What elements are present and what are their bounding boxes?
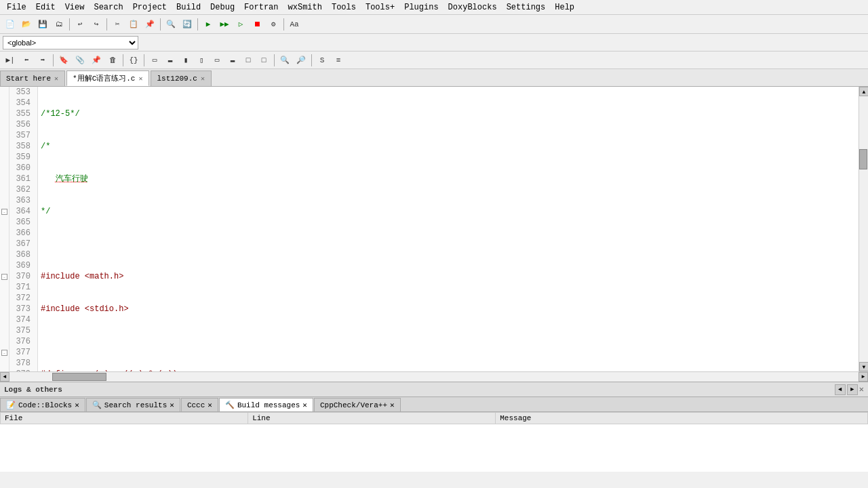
btn-find[interactable]: 🔍 [163, 17, 178, 32]
btn-jump-back[interactable]: ▶| [3, 53, 18, 68]
sep1 [69, 18, 70, 30]
menu-file[interactable]: File [3, 1, 31, 14]
tab-c-exercise-close[interactable]: ✕ [138, 75, 143, 83]
scroll-track[interactable] [859, 96, 868, 362]
btn-redo[interactable]: ↪ [89, 17, 104, 32]
menu-tools-plus[interactable]: Tools+ [361, 1, 399, 14]
sep-t2-2 [123, 54, 123, 66]
bottom-tab-search-close[interactable]: ✕ [170, 401, 174, 409]
fold-gutter: - - - [0, 87, 9, 371]
menu-wxsmith[interactable]: wxSmith [284, 1, 326, 14]
btn-misc1[interactable]: S [315, 53, 330, 68]
btn-misc2[interactable]: ≡ [331, 53, 346, 68]
scope-dropdown[interactable]: <global> [3, 36, 138, 49]
hscroll-track[interactable] [9, 372, 859, 382]
menu-debug[interactable]: Debug [206, 1, 239, 14]
bottom-nav-buttons: ◄ ► ✕ [835, 384, 864, 395]
btn-undo[interactable]: ↩ [73, 17, 87, 32]
hscroll-right-btn[interactable]: ► [859, 372, 868, 382]
btn-layout5[interactable]: ▭ [210, 53, 224, 68]
menu-project[interactable]: Project [129, 1, 171, 14]
bottom-nav-prev[interactable]: ◄ [835, 384, 846, 395]
tab-c-exercise[interactable]: *用解C语言练习.c ✕ [66, 70, 149, 86]
col-file: File [1, 413, 248, 424]
btn-cut[interactable]: ✂ [110, 17, 125, 32]
menu-search[interactable]: Search [90, 1, 127, 14]
build-messages-table: File Line Message [0, 412, 868, 424]
btn-bookmark-next[interactable]: 📎 [73, 53, 87, 68]
scroll-up-btn[interactable]: ▲ [859, 87, 868, 96]
bottom-tab-build-close[interactable]: ✕ [302, 401, 307, 409]
editor-tabs: Start here ✕ *用解C语言练习.c ✕ lst1209.c ✕ [0, 69, 868, 87]
menu-edit[interactable]: Edit [32, 1, 60, 14]
btn-layout7[interactable]: □ [241, 53, 256, 68]
bottom-tab-cccc-close[interactable]: ✕ [208, 401, 212, 409]
line-numbers: 353 354 355 356 357 358 359 360 361 362 … [9, 87, 38, 371]
tab-lst1209-close[interactable]: ✕ [200, 75, 205, 83]
col-line: Line [248, 413, 496, 424]
btn-zoom-out[interactable]: 🔎 [294, 53, 309, 68]
tab-lst1209-label: lst1209.c [157, 75, 197, 83]
btn-run[interactable]: ▶▶ [217, 17, 232, 32]
btn-layout8[interactable]: □ [256, 53, 271, 68]
menu-view[interactable]: View [61, 1, 89, 14]
btn-clear-bookmarks[interactable]: 🗑 [105, 53, 120, 68]
btn-save-all[interactable]: 🗂 [52, 17, 66, 32]
btn-match-brace[interactable]: {} [126, 53, 141, 68]
btn-open[interactable]: 📂 [19, 17, 34, 32]
btn-save[interactable]: 💾 [35, 17, 50, 32]
btn-layout6[interactable]: ▬ [225, 53, 240, 68]
bottom-panel-header: Logs & others ◄ ► ✕ [0, 382, 868, 397]
bottom-tab-cccc[interactable]: Cccc ✕ [181, 398, 218, 411]
btn-nav-back[interactable]: ⬅ [19, 53, 34, 68]
code-content[interactable]: /*12-5*/ /* 汽车行驶 */ #include <math.h> #i… [38, 87, 859, 371]
btn-copy[interactable]: 📋 [126, 17, 141, 32]
btn-layout4[interactable]: ▯ [194, 53, 209, 68]
hscroll-thumb[interactable] [52, 373, 106, 381]
bottom-tab-build[interactable]: 🔨 Build messages ✕ [219, 398, 313, 411]
hscroll-left-btn[interactable]: ◄ [0, 372, 9, 382]
scroll-down-btn[interactable]: ▼ [859, 362, 868, 371]
btn-debug[interactable]: ⚙ [266, 17, 281, 32]
btn-new[interactable]: 📄 [3, 17, 18, 32]
bottom-nav-next[interactable]: ► [847, 384, 858, 395]
bottom-tab-search[interactable]: 🔍 Search results ✕ [86, 398, 180, 411]
bottom-tabs: 📝 Code::Blocks ✕ 🔍 Search results ✕ Cccc… [0, 397, 868, 412]
btn-build-run[interactable]: ▷ [233, 17, 248, 32]
tab-lst1209[interactable]: lst1209.c ✕ [151, 70, 211, 86]
menu-plugins[interactable]: Plugins [400, 1, 442, 14]
bottom-close-btn[interactable]: ✕ [859, 384, 864, 394]
sep-t2-5 [311, 54, 312, 66]
menu-settings[interactable]: Settings [502, 1, 550, 14]
menu-help[interactable]: Help [551, 1, 578, 14]
tab-c-exercise-label: *用解C语言练习.c [73, 73, 135, 83]
bottom-tab-cppcheck[interactable]: CppCheck/Vera++ ✕ [314, 398, 401, 411]
menu-tools[interactable]: Tools [328, 1, 360, 14]
horizontal-scrollbar[interactable]: ◄ ► [0, 371, 868, 381]
btn-abbrev[interactable]: Aa [287, 17, 302, 32]
btn-zoom-in[interactable]: 🔍 [277, 53, 292, 68]
menu-doxyblocks[interactable]: DoxyBlocks [444, 1, 501, 14]
btn-nav-fwd[interactable]: ➡ [35, 53, 50, 68]
vertical-scrollbar[interactable]: ▲ ▼ [859, 87, 868, 371]
btn-layout3[interactable]: ▮ [178, 53, 193, 68]
menu-build[interactable]: Build [172, 1, 205, 14]
btn-build[interactable]: ▶ [201, 17, 216, 32]
tab-start-here-close[interactable]: ✕ [54, 75, 59, 83]
sep4 [197, 18, 198, 30]
btn-paste[interactable]: 📌 [142, 17, 157, 32]
btn-layout2[interactable]: ▬ [163, 53, 178, 68]
bottom-tab-cppcheck-close[interactable]: ✕ [390, 401, 395, 409]
scroll-thumb[interactable] [859, 149, 867, 169]
bottom-tab-codeblocks[interactable]: 📝 Code::Blocks ✕ [0, 398, 85, 411]
bottom-tab-codeblocks-close[interactable]: ✕ [75, 401, 79, 409]
tab-start-here[interactable]: Start here ✕ [0, 70, 65, 86]
btn-stop[interactable]: ⏹ [250, 17, 264, 32]
btn-layout1[interactable]: ▭ [147, 53, 162, 68]
menubar: File Edit View Search Project Build Debu… [0, 0, 868, 15]
editor-wrapper: - - - 353 354 355 356 357 358 359 [0, 87, 868, 371]
btn-toggle-bookmark[interactable]: 📌 [89, 53, 104, 68]
btn-replace[interactable]: 🔄 [180, 17, 195, 32]
menu-fortran[interactable]: Fortran [240, 1, 282, 14]
btn-bookmark-prev[interactable]: 🔖 [56, 53, 71, 68]
